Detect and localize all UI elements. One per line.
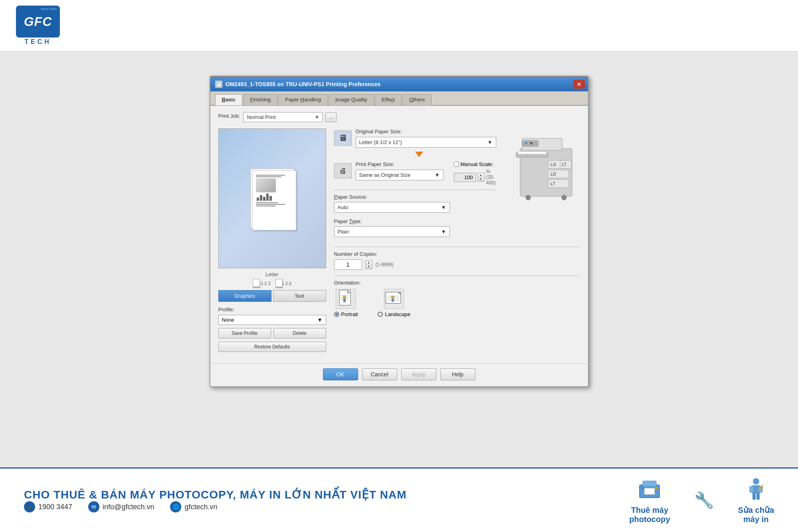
profile-label: Profile: [218, 307, 326, 312]
close-button[interactable]: ✕ [574, 80, 585, 89]
original-paper-size-label: Original Paper Size: [356, 129, 496, 134]
paper-preview [244, 162, 300, 234]
profile-section: Profile: None ▼ Save Profile Delete Rest… [218, 307, 326, 352]
svg-rect-34 [641, 487, 644, 490]
paper-content [253, 171, 296, 210]
print-paper-size-dropdown[interactable]: Same as Original Size ▼ [356, 170, 444, 180]
original-paper-size-dropdown[interactable]: Letter (8 1/2 x 11") ▼ [356, 137, 496, 148]
dialog-title: 🖨 OM2493_1-TOS855 on TRU-UNIV-PS1 Printi… [215, 81, 381, 88]
svg-point-36 [753, 478, 759, 485]
left-column: Letter 1.2.3 1.2 [218, 129, 326, 357]
svg-text:LT: LT [550, 181, 555, 186]
svg-rect-14 [522, 140, 538, 146]
original-paper-size-value: Letter (8 1/2 x 11") [359, 139, 402, 145]
repair-icon [742, 477, 770, 500]
tab-finishing[interactable]: Finishing [243, 94, 277, 105]
logo-text: GFC [24, 14, 52, 29]
graphics-button[interactable]: Graphics [218, 290, 271, 302]
photocopy-icon [636, 477, 663, 501]
printer-svg: LG LT LD LT [500, 133, 580, 200]
manual-scale-section: Manual Scale: ▲ ▼ %(25-400) [454, 161, 496, 186]
svg-point-29 [391, 296, 394, 299]
scale-hint: %(25-400) [486, 169, 496, 186]
original-size-content: Original Paper Size: Letter (8 1/2 x 11"… [356, 129, 496, 148]
page-icons-row: 1.2.3 1.2.3 [218, 279, 326, 288]
page-icon-box-1 [253, 279, 260, 288]
gfc-logo: GFC Since 2010 TECH [12, 6, 64, 45]
letter-label: Letter [218, 271, 326, 277]
scale-input[interactable] [454, 173, 476, 182]
scale-input-row: ▲ ▼ %(25-400) [454, 169, 496, 186]
manual-scale-checkbox[interactable] [454, 162, 459, 167]
dialog-window: 🖨 OM2493_1-TOS855 on TRU-UNIV-PS1 Printi… [210, 76, 589, 387]
cancel-button[interactable]: Cancel [362, 368, 397, 380]
apply-button[interactable]: Apply [401, 368, 436, 380]
landscape-option: Landscape [378, 289, 410, 317]
paper-source-arrow-icon: ▼ [441, 204, 446, 210]
scale-down-button[interactable]: ▼ [478, 177, 484, 181]
paper-source-dropdown[interactable]: Auto ▼ [334, 202, 450, 213]
body-columns: Letter 1.2.3 1.2 [218, 129, 580, 357]
contact-phone: 📞 1900 3447 [24, 501, 72, 512]
ok-button[interactable]: OK [323, 368, 358, 380]
portrait-icon [336, 289, 356, 309]
copies-up-button[interactable]: ▲ [366, 261, 372, 265]
original-size-dropdown-row: Letter (8 1/2 x 11") ▼ [356, 137, 496, 148]
arrow-down-icon [415, 152, 423, 157]
dialog-body: Print Job: Normal Print ▼ ... [210, 106, 588, 363]
svg-point-12 [526, 195, 531, 200]
email-address: info@gfctech.vn [103, 503, 154, 511]
print-job-more-button[interactable]: ... [325, 113, 337, 122]
print-size-row: 🖨 Print Paper Size: Same as Original Siz… [334, 161, 496, 186]
svg-rect-32 [643, 481, 656, 487]
landscape-radio[interactable] [378, 312, 383, 317]
svg-text:LD: LD [550, 172, 556, 176]
contact-website: 🌐 gfctech.vn [170, 501, 217, 512]
logo-since: Since 2010 [41, 7, 57, 11]
portrait-radio[interactable] [334, 312, 339, 317]
service-separator: 🔧 [694, 491, 714, 510]
restore-defaults-button[interactable]: Restore Defaults [218, 342, 326, 352]
phone-number: 1900 3447 [38, 503, 72, 511]
portrait-paper-icon [339, 289, 353, 309]
tab-effect[interactable]: Effect [375, 94, 402, 105]
tab-basic[interactable]: Basic [215, 94, 243, 105]
help-button[interactable]: Help [440, 368, 475, 380]
scale-up-button[interactable]: ▲ [478, 173, 484, 177]
delete-button[interactable]: Delete [273, 328, 326, 338]
tab-others[interactable]: Others [402, 94, 432, 105]
service-repair: Sửa chữa máy in [738, 477, 774, 524]
text-button[interactable]: Text [273, 290, 326, 302]
divider-2 [334, 247, 580, 247]
banner-contacts: 📞 1900 3447 ✉ info@gfctech.vn 🌐 gfctech.… [24, 501, 605, 512]
print-job-value: Normal Print [247, 114, 275, 120]
save-profile-button[interactable]: Save Profile [218, 328, 271, 338]
preview-box [218, 129, 326, 268]
print-job-dropdown[interactable]: Normal Print ▼ [243, 112, 323, 122]
svg-point-22 [343, 296, 346, 299]
page-number-1: 1.2.3 [261, 281, 270, 286]
globe-icon: 🌐 [170, 501, 181, 512]
tab-paper-handling[interactable]: Paper Handling [278, 94, 328, 105]
main-content: 🖨 OM2493_1-TOS855 on TRU-UNIV-PS1 Printi… [0, 52, 798, 403]
svg-text:LT: LT [562, 162, 566, 167]
copies-input[interactable] [334, 259, 362, 270]
copies-label: Number of Copies: [334, 251, 580, 257]
paper-type-dropdown[interactable]: Plain ▼ [334, 226, 450, 237]
copies-down-button[interactable]: ▼ [366, 265, 372, 269]
copies-input-row: ▲ ▼ (1-9999) [334, 259, 580, 270]
dialog-title-text: OM2493_1-TOS855 on TRU-UNIV-PS1 Printing… [226, 81, 381, 87]
paper-source-value: Auto [338, 204, 349, 210]
tabs-row: Basic Finishing Paper Handling Image Qua… [210, 91, 588, 106]
mode-buttons: Graphics Text [218, 290, 326, 302]
print-size-arrow-icon: ▼ [435, 172, 440, 178]
email-icon: ✉ [88, 501, 99, 512]
tab-image-quality[interactable]: Image Quality [329, 94, 374, 105]
paper-source-row: Auto ▼ [334, 202, 496, 213]
copies-spinners: ▲ ▼ [365, 260, 372, 269]
profile-dropdown[interactable]: None ▼ [218, 315, 326, 325]
profile-arrow-icon: ▼ [317, 317, 323, 323]
print-job-row: Print Job: Normal Print ▼ ... [218, 112, 580, 122]
page-icon-box-2 [275, 279, 283, 288]
paper-chart [256, 194, 293, 202]
